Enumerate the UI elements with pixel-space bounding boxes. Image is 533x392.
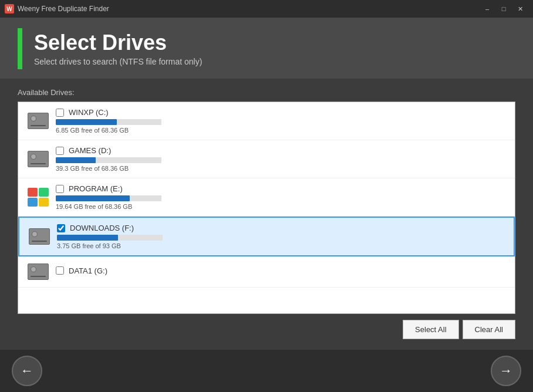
select-all-button[interactable]: Select All <box>403 320 458 339</box>
drive-bar-c <box>56 119 161 125</box>
drive-header-c: WINXP (C:) <box>56 108 507 117</box>
close-button[interactable]: ✕ <box>512 3 528 15</box>
drive-checkbox-g[interactable] <box>56 266 64 275</box>
available-drives-label: Available Drives: <box>18 88 515 97</box>
hdd-icon <box>29 228 50 245</box>
drive-header-g: DATA1 (G:) <box>56 266 507 275</box>
drive-bar-fill-c <box>56 119 117 125</box>
drive-bar-fill-f <box>57 235 118 241</box>
page-header: Select Drives Select drives to search (N… <box>0 18 533 79</box>
header-text: Select Drives Select drives to search (N… <box>34 31 202 66</box>
drive-space-f: 3.75 GB free of 93 GB <box>57 242 505 249</box>
drive-space-e: 19.64 GB free of 68.36 GB <box>56 203 507 210</box>
drive-checkbox-e[interactable] <box>56 185 64 193</box>
page-title: Select Drives <box>34 31 202 55</box>
drive-icon-f <box>28 227 51 246</box>
drive-name-d: GAMES (D:) <box>69 146 111 155</box>
drive-item-g[interactable]: DATA1 (G:) <box>18 256 515 288</box>
drive-details-g: DATA1 (G:) <box>56 266 507 278</box>
drive-bar-d <box>56 157 161 163</box>
main-content: Available Drives: WINXP (C:) 6.85 GB fre… <box>0 79 533 350</box>
drive-item-f[interactable]: DOWNLOADS (F:) 3.75 GB free of 93 GB <box>18 217 515 256</box>
page-subtitle: Select drives to search (NTFS file forma… <box>34 57 202 66</box>
drive-icon-e <box>26 188 50 207</box>
drive-bar-fill-e <box>56 195 130 201</box>
drive-details-d: GAMES (D:) 39.3 GB free of 68.36 GB <box>56 146 507 172</box>
drive-icon-d <box>26 150 50 168</box>
forward-button[interactable]: → <box>491 356 521 386</box>
restore-button[interactable]: □ <box>495 3 512 15</box>
drive-item-e[interactable]: PROGRAM (E:) 19.64 GB free of 68.36 GB <box>18 178 515 217</box>
drive-details-e: PROGRAM (E:) 19.64 GB free of 68.36 GB <box>56 184 507 210</box>
drive-details-c: WINXP (C:) 6.85 GB free of 68.36 GB <box>56 108 507 134</box>
accent-bar <box>18 28 22 69</box>
color-hdd-icon <box>28 188 49 207</box>
drive-details-f: DOWNLOADS (F:) 3.75 GB free of 93 GB <box>57 224 505 249</box>
hdd-icon <box>28 151 49 167</box>
back-button[interactable]: ← <box>12 356 42 386</box>
drive-checkbox-d[interactable] <box>56 147 64 155</box>
drive-header-f: DOWNLOADS (F:) <box>57 224 505 232</box>
drive-icon-g <box>26 262 50 281</box>
title-bar: W Weeny Free Duplicate Finder – □ ✕ <box>0 0 533 18</box>
clear-all-button[interactable]: Clear All <box>463 320 515 339</box>
drive-space-d: 39.3 GB free of 68.36 GB <box>56 165 507 172</box>
drive-item-c[interactable]: WINXP (C:) 6.85 GB free of 68.36 GB <box>18 102 515 140</box>
drive-name-e: PROGRAM (E:) <box>69 184 123 193</box>
drive-bar-e <box>56 195 161 201</box>
drive-header-d: GAMES (D:) <box>56 146 507 155</box>
buttons-row: Select All Clear All <box>18 314 515 344</box>
app-icon: W <box>5 4 14 13</box>
drive-name-c: WINXP (C:) <box>69 108 109 117</box>
drive-item-d[interactable]: GAMES (D:) 39.3 GB free of 68.36 GB <box>18 140 515 178</box>
minimize-button[interactable]: – <box>479 3 495 15</box>
drive-bar-f <box>57 235 163 241</box>
drives-list[interactable]: WINXP (C:) 6.85 GB free of 68.36 GB GAM <box>18 102 515 313</box>
drive-bar-fill-d <box>56 157 96 163</box>
drives-container: WINXP (C:) 6.85 GB free of 68.36 GB GAM <box>18 102 515 314</box>
drive-name-f: DOWNLOADS (F:) <box>70 224 134 232</box>
hdd-icon <box>28 263 49 280</box>
window-title: Weeny Free Duplicate Finder <box>18 5 479 13</box>
drive-name-g: DATA1 (G:) <box>69 266 107 275</box>
bottom-nav-bar: ← → <box>0 350 533 392</box>
hdd-icon <box>28 113 49 129</box>
drive-checkbox-f[interactable] <box>57 224 65 232</box>
drive-checkbox-c[interactable] <box>56 109 64 117</box>
drive-icon-c <box>26 111 50 130</box>
window-controls: – □ ✕ <box>479 3 528 15</box>
drive-space-c: 6.85 GB free of 68.36 GB <box>56 127 507 134</box>
drive-header-e: PROGRAM (E:) <box>56 184 507 193</box>
